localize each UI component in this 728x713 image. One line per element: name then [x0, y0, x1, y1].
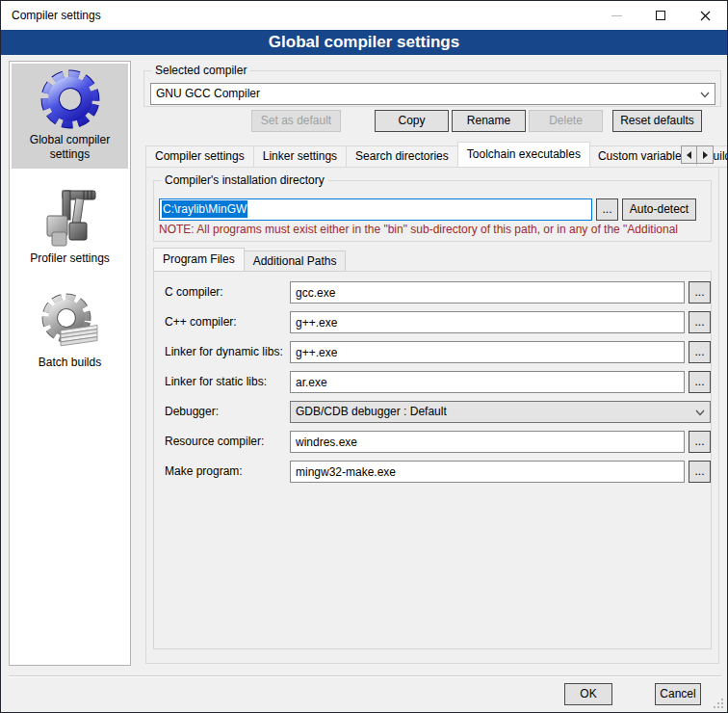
c-compiler-label: C compiler: — [165, 281, 288, 304]
window-title: Compiler settings — [12, 1, 101, 30]
page-title: Global compiler settings — [1, 30, 727, 55]
set-as-default-button: Set as default — [251, 110, 341, 132]
linker-static-input[interactable] — [290, 371, 685, 393]
subtab-additional-paths[interactable]: Additional Paths — [244, 251, 347, 272]
sidebar-item-batch-builds[interactable]: Batch builds — [12, 286, 128, 377]
compiler-select[interactable]: GNU GCC Compiler — [150, 83, 715, 105]
cpp-compiler-label: C++ compiler: — [165, 311, 288, 333]
linker-static-label: Linker for static libs: — [165, 371, 288, 393]
sidebar-item-label: Profiler settings — [13, 251, 126, 266]
tab-linker-settings[interactable]: Linker settings — [254, 145, 347, 168]
window-controls — [594, 1, 727, 30]
compiler-select-value: GNU GCC Compiler — [156, 87, 260, 100]
close-button[interactable] — [683, 1, 727, 30]
install-dir-input[interactable]: C:\raylib\MinGW — [159, 198, 592, 221]
arrow-left-icon — [687, 151, 691, 159]
install-dir-group-label: Compiler's installation directory — [161, 173, 328, 187]
blue-gear-icon — [39, 68, 101, 130]
delete-button: Delete — [529, 110, 603, 132]
debugger-select-value: GDB/CDB debugger : Default — [296, 405, 447, 418]
install-dir-browse-button[interactable]: ... — [596, 198, 618, 221]
tab-search-directories[interactable]: Search directories — [347, 145, 458, 168]
maximize-button[interactable] — [638, 1, 683, 30]
linker-dynamic-browse-button[interactable]: ... — [689, 341, 711, 363]
resize-grip[interactable] — [714, 699, 723, 708]
subtab-program-files[interactable]: Program Files — [153, 248, 245, 272]
title-bar[interactable]: Compiler settings — [1, 1, 727, 30]
settings-tabs: Compiler settings Linker settings Search… — [145, 142, 728, 168]
make-program-browse-button[interactable]: ... — [689, 461, 711, 483]
close-icon — [700, 11, 711, 21]
resource-compiler-browse-button[interactable]: ... — [689, 431, 711, 453]
settings-category-sidebar: Global compiler settings — [9, 61, 131, 666]
compiler-settings-dialog: Compiler settings Global compiler settin… — [0, 0, 728, 713]
tab-scroll-right-button[interactable] — [697, 145, 714, 164]
linker-dynamic-label: Linker for dynamic libs: — [165, 341, 288, 363]
chevron-down-icon — [700, 92, 708, 99]
chevron-down-icon — [695, 409, 703, 417]
cancel-button[interactable]: Cancel — [655, 683, 701, 705]
linker-dynamic-input[interactable] — [290, 341, 685, 363]
caliper-cubes-icon — [39, 187, 101, 249]
copy-button[interactable]: Copy — [375, 110, 449, 132]
ok-button[interactable]: OK — [564, 683, 612, 705]
sidebar-item-label: Batch builds — [13, 356, 126, 370]
debugger-label: Debugger: — [165, 401, 288, 423]
footer-separator — [9, 675, 721, 677]
selected-compiler-group-label: Selected compiler — [151, 64, 250, 77]
cpp-compiler-browse-button[interactable]: ... — [689, 311, 711, 333]
tab-compiler-settings[interactable]: Compiler settings — [145, 145, 254, 168]
tab-scroll-buttons — [681, 145, 714, 164]
rename-button[interactable]: Rename — [452, 110, 526, 132]
cpp-compiler-input[interactable] — [290, 311, 685, 333]
c-compiler-browse-button[interactable]: ... — [689, 281, 711, 304]
gray-gear-stack-icon — [39, 291, 101, 353]
c-compiler-input[interactable] — [290, 281, 685, 304]
arrow-right-icon — [703, 151, 708, 159]
program-files-tabs: Program Files Additional Paths — [153, 248, 346, 272]
make-program-input[interactable] — [290, 461, 685, 483]
resource-compiler-label: Resource compiler: — [165, 431, 288, 453]
sidebar-item-label: Global compiler settings — [13, 133, 126, 162]
bin-subdirectory-note: NOTE: All programs must exist either in … — [159, 223, 710, 236]
minimize-icon — [611, 15, 622, 16]
minimize-button — [594, 1, 638, 30]
reset-defaults-button[interactable]: Reset defaults — [612, 110, 702, 132]
tab-toolchain-executables[interactable]: Toolchain executables — [457, 142, 590, 168]
install-dir-selected-text: C:\raylib\MinGW — [162, 200, 247, 218]
resource-compiler-input[interactable] — [290, 431, 685, 453]
tab-scroll-left-button[interactable] — [681, 145, 697, 164]
sidebar-item-global-compiler-settings[interactable]: Global compiler settings — [12, 64, 128, 169]
make-program-label: Make program: — [165, 461, 288, 483]
sidebar-item-profiler-settings[interactable]: Profiler settings — [12, 182, 128, 273]
debugger-select[interactable]: GDB/CDB debugger : Default — [290, 401, 711, 423]
maximize-icon — [656, 11, 665, 20]
linker-static-browse-button[interactable]: ... — [689, 371, 711, 393]
auto-detect-button[interactable]: Auto-detect — [622, 198, 696, 221]
